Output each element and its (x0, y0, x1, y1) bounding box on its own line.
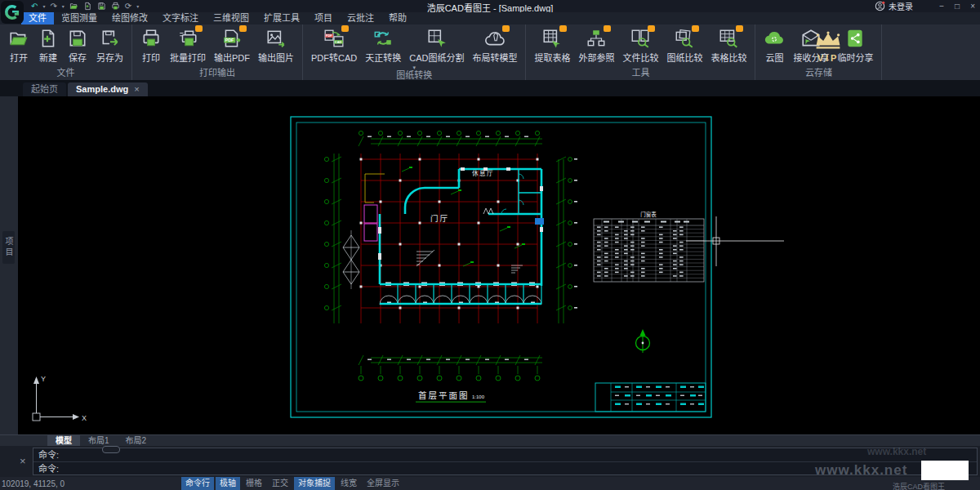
menu-tab-3d-view[interactable]: 三维视图 (206, 12, 256, 24)
command-drag-handle[interactable] (102, 446, 120, 453)
save-mini-icon[interactable] (97, 2, 106, 11)
crown-icon (813, 31, 843, 51)
toggle-command-line[interactable]: 命令行 (181, 477, 214, 490)
svg-text:1:100: 1:100 (472, 394, 485, 399)
toggle-object-snap[interactable]: 对象捕捉 (294, 477, 335, 490)
cad-drawing-canvas[interactable]: 门窗表 Y (18, 96, 980, 434)
toggle-fullscreen[interactable]: 全屏显示 (363, 477, 403, 490)
menu-tab-view-measure[interactable]: 览图测量 (54, 12, 105, 24)
dropdown-caret[interactable]: ▾ (62, 3, 65, 9)
menu-tab-help[interactable]: 帮助 (381, 12, 414, 24)
save-as-button[interactable]: 另存为 (92, 26, 127, 65)
status-bar: 102019, 41125, 0 命令行 极轴 栅格 正交 对象捕捉 线宽 全屏… (0, 477, 980, 490)
button-label: 云图 (765, 51, 783, 64)
maximize-button[interactable]: □ (955, 2, 960, 11)
button-label: 提取表格 (534, 51, 570, 64)
batch-print-icon (177, 28, 198, 49)
pdf-to-cad-button[interactable]: PDFCAD PDF转CAD (307, 26, 361, 65)
svg-text:首层平面图: 首层平面图 (418, 390, 470, 400)
toggle-grid[interactable]: 栅格 (242, 477, 266, 490)
save-as-icon (100, 28, 121, 49)
batch-print-button[interactable]: 批量打印 (166, 26, 210, 65)
refresh-icon[interactable]: ⟳ (125, 2, 131, 11)
cloud-drawing-button[interactable]: 云图 (760, 26, 789, 65)
ribbon-group-print-output: 打印 批量打印 PDF 输出PDF 输出图片 打印输出 (132, 24, 303, 80)
layout-to-model-button[interactable]: 布局转模型 (468, 26, 521, 65)
dropdown-caret[interactable]: ▾ (42, 3, 45, 9)
vip-badge (341, 25, 349, 32)
save-icon (67, 28, 88, 49)
close-button[interactable]: × (970, 2, 975, 11)
doc-tab-sample-dwg[interactable]: Sample.dwg × (68, 82, 148, 96)
doc-tab-label: 起始页 (31, 82, 58, 96)
app-logo[interactable] (1, 1, 24, 24)
watermark-cover-box (921, 461, 969, 480)
vip-label: VIP (810, 54, 846, 63)
redo-icon[interactable]: ↷ (50, 2, 56, 11)
open-button[interactable]: 打开 (4, 26, 33, 65)
command-history-line: 命令: (33, 448, 977, 462)
toggle-lineweight[interactable]: 线宽 (336, 477, 361, 490)
menu-tab-draw-modify[interactable]: 绘图修改 (105, 12, 155, 24)
export-image-button[interactable]: 输出图片 (254, 26, 298, 65)
button-label: 批量打印 (170, 51, 206, 64)
north-arrow (636, 329, 650, 353)
menu-tab-cloud-annotate[interactable]: 云批注 (340, 12, 381, 24)
open-mini-icon[interactable] (69, 2, 78, 11)
new-mini-icon[interactable] (83, 2, 92, 11)
export-pdf-button[interactable]: PDF 输出PDF (210, 26, 254, 65)
drawing-area: 项目 (0, 96, 980, 434)
minimize-button[interactable]: − (939, 2, 944, 11)
toggle-ortho[interactable]: 正交 (268, 477, 292, 490)
layout-tab-layout1[interactable]: 布局1 (80, 435, 118, 446)
login-status-label: 未登录 (889, 0, 913, 12)
file-compare-button[interactable]: 文件比较 (618, 26, 662, 65)
temp-share-icon (844, 28, 866, 49)
undo-icon[interactable]: ↶ (31, 2, 38, 11)
schedule-title: 门窗表 (640, 211, 657, 218)
doc-tab-start-page[interactable]: 起始页 (23, 82, 66, 96)
menu-tab-file[interactable]: 文件 (21, 12, 54, 24)
xref-button[interactable]: 外部参照 (574, 26, 618, 65)
tianzheng-convert-button[interactable]: 天正转换 (361, 26, 405, 65)
save-button[interactable]: 保存 (63, 26, 92, 65)
close-tab-icon[interactable]: × (134, 82, 139, 96)
print-button[interactable]: 打印 (136, 26, 166, 65)
new-button[interactable]: 新建 (33, 26, 63, 65)
vip-badge (604, 25, 611, 32)
toggle-polar[interactable]: 极轴 (216, 477, 240, 490)
button-label: 布局转模型 (472, 51, 517, 64)
menu-tab-project[interactable]: 项目 (307, 12, 340, 24)
watermark-site: www.kkx.net (815, 462, 907, 479)
layout-tab-model[interactable]: 模型 (47, 435, 80, 446)
table-compare-button[interactable]: 表格比较 (706, 26, 751, 65)
vip-upgrade-button[interactable]: VIP (810, 31, 846, 63)
user-login[interactable]: 未登录 (875, 0, 913, 12)
vip-badge (692, 25, 699, 32)
doc-tab-label: Sample.dwg (76, 82, 128, 96)
menu-tab-extended-tools[interactable]: 扩展工具 (256, 12, 307, 24)
button-label: CAD图纸分割 (409, 51, 464, 64)
extract-table-button[interactable]: 提取表格 (530, 26, 574, 65)
layout-tab-layout2[interactable]: 布局2 (118, 435, 155, 446)
drawing-frame (291, 117, 711, 417)
crosshair-cursor (686, 216, 784, 266)
button-label: 另存为 (96, 51, 123, 64)
button-label: 打印 (142, 51, 160, 64)
drawing-compare-button[interactable]: 图纸比较 (662, 26, 706, 65)
vip-badge (559, 25, 567, 32)
print-mini-icon[interactable] (111, 2, 120, 11)
quick-access-toolbar: ↶ ▾ ↷ ▾ ⟳ ▾ (31, 0, 139, 12)
cad-split-button[interactable]: CAD图纸分割 (405, 26, 468, 65)
button-label: 文件比较 (622, 51, 658, 64)
project-panel-tab[interactable]: 项目 (2, 231, 15, 264)
menu-tab-text-annotate[interactable]: 文字标注 (155, 12, 206, 24)
layout-to-model-icon (484, 28, 506, 49)
room-label-lounge: 休息厅 (472, 169, 494, 177)
close-command-icon[interactable]: × (20, 455, 26, 467)
title-block (595, 383, 706, 412)
dropdown-caret[interactable]: ▾ (136, 3, 139, 9)
button-label: 外部参照 (578, 51, 614, 64)
cad-split-icon (426, 28, 448, 49)
menu-bar: 文件 览图测量 绘图修改 文字标注 三维视图 扩展工具 项目 云批注 帮助 (0, 12, 980, 24)
